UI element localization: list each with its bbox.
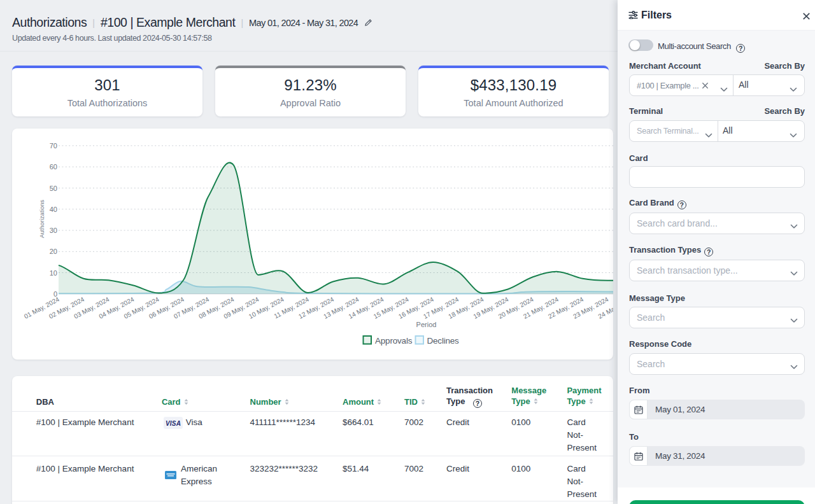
svg-text:Period: Period [416,321,437,328]
svg-text:50: 50 [50,185,57,192]
svg-text:40: 40 [50,206,57,213]
svg-text:Approvals: Approvals [375,336,413,346]
svg-text:20: 20 [50,248,57,255]
svg-text:70: 70 [50,142,57,150]
svg-text:30: 30 [50,227,57,234]
svg-text:Declines: Declines [427,336,460,346]
svg-text:10: 10 [50,269,57,277]
svg-text:60: 60 [50,163,57,171]
svg-text:Authorizations: Authorizations [38,200,45,238]
svg-text:VISA: VISA [165,420,180,427]
